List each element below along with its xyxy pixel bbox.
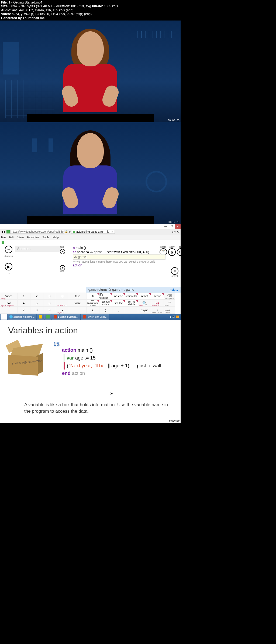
cut-button[interactable]: ✂ [177,248,184,256]
key-false[interactable]: false [69,300,86,307]
dismiss-label: dismiss [5,255,13,257]
lock-icon: 🔒 [65,230,68,233]
start-button[interactable]: ⊞ [1,314,7,320]
video-frame-2: 00:15:21 [0,122,181,224]
back-icon[interactable]: ◀ [1,230,3,233]
key-minus[interactable]: -negation [56,307,69,314]
system-tray: ▲ 🔊 📶 [169,316,180,318]
select-button[interactable]: ≡ [171,267,178,275]
app-icon [2,241,4,244]
menu-edit[interactable]: Edit [9,236,14,239]
site-icon [6,230,10,233]
menu-favorites[interactable]: Favorites [27,236,39,239]
settings-icon[interactable]: ⚙ [177,230,180,233]
taskbar-item[interactable]: astonishing game... [8,314,36,320]
key-set-life-visible[interactable]: set life visible [125,300,138,307]
menu-view[interactable]: View [18,236,24,239]
timestamp: 00:15:21 [168,221,180,223]
timestamp: 00:08:05 [168,119,180,122]
key-1[interactable]: 1 [17,293,30,300]
ide-window: — ☐ ✕ ◀ ▶ https://www.touchdevelop.com/a… [0,224,181,320]
key-async[interactable]: async [138,307,151,314]
thumbnail-metadata: File: 1 - Getting Started.mp4 Size: 3894… [0,0,276,21]
number-15: 15 [53,341,59,347]
minimize-button[interactable]: — [163,224,169,229]
key-7[interactable]: 7 [17,307,30,314]
code-sample: action main () var age := 15 ("Next year… [62,346,161,377]
key-on-end[interactable]: on end [112,293,125,300]
key-score[interactable]: score [151,293,164,300]
slide-title: Variables in action [8,326,172,335]
key-remove-life[interactable]: remove life [125,293,138,300]
help-link[interactable]: help... [170,288,178,291]
key-empty [125,307,138,314]
timestamp: 00:30:39 [169,420,180,422]
video-frame-1: 00:08:05 [0,21,181,122]
key-rparen[interactable]: ) [99,307,112,314]
menu-help[interactable]: Help [53,236,59,239]
key-undo[interactable]: ↶undo [164,300,175,307]
hint-text: we have a library 'game' here; now you c… [73,260,165,263]
key-life-visible[interactable]: life visible [99,293,112,300]
key-rewind[interactable]: ⏮rewind 2/2 [151,300,164,307]
add-line-button[interactable]: + [60,249,65,254]
address-bar[interactable]: https://www.touchdevelop.com/app/#edit:8… [10,230,64,234]
add-line-button[interactable]: + [60,265,65,270]
key-lparen[interactable]: ( [86,307,99,314]
tab-close-icon[interactable]: × [111,230,113,233]
key-dot[interactable]: .decimal dot [56,300,69,307]
key-reset[interactable]: reset [138,293,151,300]
menu-tools[interactable]: Tools [43,236,50,239]
maximize-button[interactable]: ☐ [169,224,175,229]
key-not[interactable]: notlogical negation [0,300,17,307]
key-set-hud-colors[interactable]: set hud colors [99,300,112,307]
search-input[interactable]: Search... [15,246,61,252]
key-cursor-right[interactable]: ›move cursor [164,307,175,314]
key-5[interactable]: 5 [30,300,43,307]
key-comma[interactable]: , [112,307,125,314]
copy-button[interactable]: ⎘ [168,248,176,256]
refresh-icon[interactable]: ↻ [68,230,71,233]
taskbar-item[interactable] [44,314,51,320]
key-true[interactable]: true [69,293,86,300]
key-string[interactable]: "abc"string [0,293,17,300]
key-6[interactable]: 6 [43,300,56,307]
browser-tab[interactable]: astonishing game :: run - T... × [71,230,115,234]
key-life[interactable]: life [86,293,99,300]
key-empty [69,307,86,314]
key-4[interactable]: 4 [17,300,30,307]
address-bar-row: ◀ ▶ https://www.touchdevelop.com/app/#ed… [0,229,181,235]
back-button[interactable]: ← [5,246,12,253]
key-8[interactable]: 8 [30,307,43,314]
key-cursor-left[interactable]: ‹move cursor [151,307,164,314]
taskbar-item[interactable] [37,314,44,320]
favorites-icon[interactable]: ☆ [174,230,177,233]
key-3[interactable]: 3 [43,293,56,300]
menu-file[interactable]: File [1,236,6,239]
run-button[interactable]: ▶ [5,263,12,270]
taskbar-item[interactable]: PowerPoint Slide... [81,314,109,320]
key-more[interactable]: 🔍more [138,300,151,307]
taskbar: ⊞ astonishing game... 1 Getting Started.… [0,314,181,320]
keypad: "abc"string 1 2 3 0 true life life visib… [0,293,181,314]
key-backspace[interactable]: ⌫backspace [164,293,175,300]
key-set-life[interactable]: set life [112,300,125,307]
menu-bar: File Edit View Favorites Tools Help [0,235,181,240]
key-set-bg-scene[interactable]: set background scene [86,300,99,307]
home-icon[interactable]: ⌂ [172,230,174,233]
cursor-icon: ➤ [110,391,113,396]
taskbar-item[interactable]: 1 Getting Started... [52,314,80,320]
slide-variables: Variables in action 15 Name: age Type: n… [0,320,181,423]
returns-bar: game returns ♳ game -- : game help... [86,287,181,293]
slide-caption: A variable is like a box that holds info… [24,402,172,415]
key-2[interactable]: 2 [30,293,43,300]
run-label: run [7,272,10,275]
window-titlebar: — ☐ ✕ [0,224,181,229]
forward-icon[interactable]: ▶ [4,230,6,233]
key-9[interactable]: 9 [43,307,56,314]
code-cursor-line[interactable]: ♳ game [73,254,165,260]
cardboard-box-icon: Name: age Type: number [8,346,43,376]
key-0[interactable]: 0 [56,293,69,300]
close-button[interactable]: ✕ [175,224,181,229]
key-empty [0,307,17,314]
